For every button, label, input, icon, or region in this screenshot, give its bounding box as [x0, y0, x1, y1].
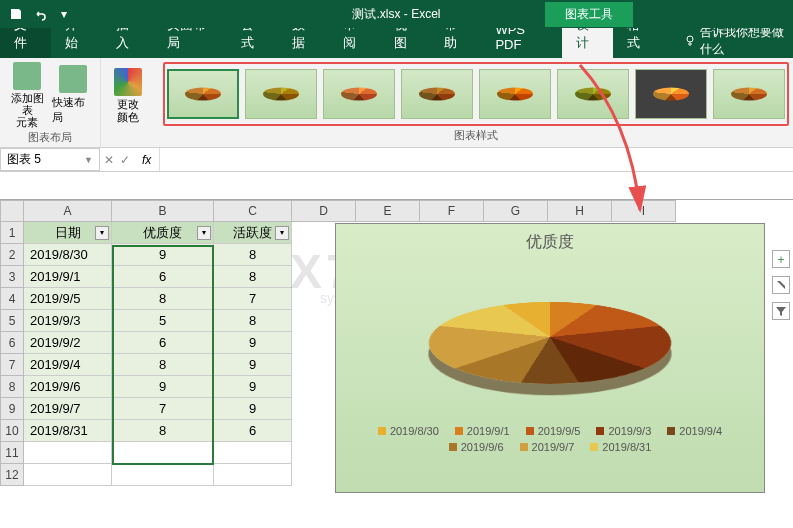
legend-item[interactable]: 2019/8/30	[378, 425, 439, 437]
cell-quality[interactable]: 9	[112, 376, 214, 398]
filter-icon[interactable]: ▾	[197, 226, 211, 240]
legend-item[interactable]: 2019/9/6	[449, 441, 504, 453]
pie-chart[interactable]	[420, 257, 680, 407]
col-header-e[interactable]: E	[356, 200, 420, 222]
cell-date[interactable]: 2019/9/1	[24, 266, 112, 288]
chart-styles-button[interactable]	[772, 276, 790, 294]
cell-quality[interactable]: 7	[112, 398, 214, 420]
cell-quality[interactable]: 8	[112, 354, 214, 376]
undo-icon[interactable]	[32, 6, 48, 22]
col-header-c[interactable]: C	[214, 200, 292, 222]
legend-item[interactable]: 2019/9/5	[526, 425, 581, 437]
legend-item[interactable]: 2019/9/3	[596, 425, 651, 437]
col-header-g[interactable]: G	[484, 200, 548, 222]
chart-style-1[interactable]	[167, 69, 239, 119]
row-header-12[interactable]: 12	[0, 464, 24, 486]
row-header-11[interactable]: 11	[0, 442, 24, 464]
cell-activity[interactable]: 7	[214, 288, 292, 310]
filter-icon[interactable]: ▾	[275, 226, 289, 240]
header-quality[interactable]: 优质度▾	[112, 222, 214, 244]
chart-filters-button[interactable]	[772, 302, 790, 320]
cell-date[interactable]: 2019/9/2	[24, 332, 112, 354]
cell-quality[interactable]: 8	[112, 420, 214, 442]
row-header-7[interactable]: 7	[0, 354, 24, 376]
row-header-6[interactable]: 6	[0, 332, 24, 354]
legend-item[interactable]: 2019/9/1	[455, 425, 510, 437]
cell-date[interactable]: 2019/9/7	[24, 398, 112, 420]
chart-style-6[interactable]	[557, 69, 629, 119]
col-header-h[interactable]: H	[548, 200, 612, 222]
cell-date[interactable]: 2019/9/3	[24, 310, 112, 332]
tell-me-search[interactable]: 告诉我你想要做什么	[684, 24, 793, 58]
cell[interactable]	[24, 464, 112, 486]
cell-activity[interactable]: 8	[214, 244, 292, 266]
cell[interactable]	[214, 442, 292, 464]
row-header-9[interactable]: 9	[0, 398, 24, 420]
col-header-a[interactable]: A	[24, 200, 112, 222]
row-header-5[interactable]: 5	[0, 310, 24, 332]
cell-date[interactable]: 2019/9/6	[24, 376, 112, 398]
enter-icon[interactable]: ✓	[120, 153, 130, 167]
cell-activity[interactable]: 6	[214, 420, 292, 442]
row-header-4[interactable]: 4	[0, 288, 24, 310]
chart-style-8[interactable]	[713, 69, 785, 119]
fx-label[interactable]: fx	[134, 153, 159, 167]
chart-side-buttons: ＋	[772, 250, 790, 320]
header-date[interactable]: 日期▾	[24, 222, 112, 244]
name-box[interactable]: 图表 5 ▼	[0, 148, 100, 171]
change-colors-button[interactable]: 更改 颜色	[107, 68, 149, 122]
legend-item[interactable]: 2019/9/7	[520, 441, 575, 453]
chart-style-3[interactable]	[323, 69, 395, 119]
qat-dropdown-icon[interactable]: ▾	[56, 6, 72, 22]
cell-date[interactable]: 2019/8/31	[24, 420, 112, 442]
save-icon[interactable]	[8, 6, 24, 22]
cell[interactable]	[24, 442, 112, 464]
cell-quality[interactable]: 5	[112, 310, 214, 332]
cancel-icon[interactable]: ✕	[104, 153, 114, 167]
cell[interactable]	[214, 464, 292, 486]
quick-layout-button[interactable]: 快速布局	[52, 65, 94, 125]
col-header-b[interactable]: B	[112, 200, 214, 222]
row-header-2[interactable]: 2	[0, 244, 24, 266]
col-header-d[interactable]: D	[292, 200, 356, 222]
cell[interactable]	[112, 464, 214, 486]
chart-elements-button[interactable]: ＋	[772, 250, 790, 268]
cell-activity[interactable]: 8	[214, 310, 292, 332]
cell-activity[interactable]: 9	[214, 332, 292, 354]
cell-activity[interactable]: 9	[214, 398, 292, 420]
cell[interactable]	[112, 442, 214, 464]
legend-item[interactable]: 2019/8/31	[590, 441, 651, 453]
cell-quality[interactable]: 9	[112, 244, 214, 266]
row-header-10[interactable]: 10	[0, 420, 24, 442]
col-header-f[interactable]: F	[420, 200, 484, 222]
chart-title[interactable]: 优质度	[336, 224, 764, 257]
chart-style-7[interactable]	[635, 69, 707, 119]
chart-style-2[interactable]	[245, 69, 317, 119]
cell-activity[interactable]: 9	[214, 376, 292, 398]
cell-activity[interactable]: 9	[214, 354, 292, 376]
row-header-8[interactable]: 8	[0, 376, 24, 398]
chart-style-5[interactable]	[479, 69, 551, 119]
cell-date[interactable]: 2019/9/4	[24, 354, 112, 376]
row-header-1[interactable]: 1	[0, 222, 24, 244]
select-all-corner[interactable]	[0, 200, 24, 222]
cell-quality[interactable]: 6	[112, 266, 214, 288]
row-header-3[interactable]: 3	[0, 266, 24, 288]
cell-date[interactable]: 2019/8/30	[24, 244, 112, 266]
cell-quality[interactable]: 8	[112, 288, 214, 310]
legend-item[interactable]: 2019/9/4	[667, 425, 722, 437]
chart-object[interactable]: 优质度 2019/8/302019/9/12019/9/52019/9/3201…	[335, 223, 765, 493]
formula-input[interactable]	[159, 148, 793, 171]
cell-quality[interactable]: 6	[112, 332, 214, 354]
chart-style-4[interactable]	[401, 69, 473, 119]
styles-group-label: 图表样式	[163, 126, 789, 143]
dropdown-icon[interactable]: ▼	[84, 155, 93, 165]
chart-legend[interactable]: 2019/8/302019/9/12019/9/52019/9/32019/9/…	[336, 407, 764, 453]
header-activity[interactable]: 活跃度▾	[214, 222, 292, 244]
col-header-i[interactable]: I	[612, 200, 676, 222]
filter-icon[interactable]: ▾	[95, 226, 109, 240]
add-chart-element-button[interactable]: 添加图表 元素	[6, 62, 48, 128]
quick-access-toolbar: ▾	[0, 6, 80, 22]
cell-activity[interactable]: 8	[214, 266, 292, 288]
cell-date[interactable]: 2019/9/5	[24, 288, 112, 310]
